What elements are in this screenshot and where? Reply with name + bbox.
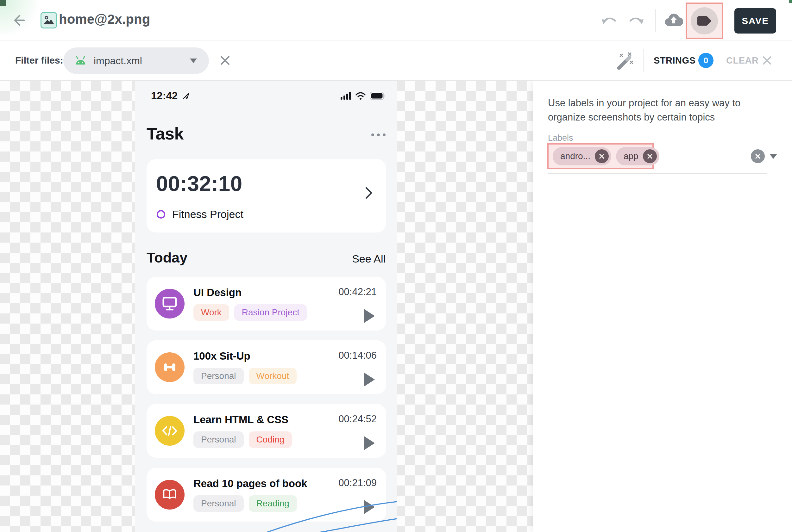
tag-badge: Personal (194, 432, 244, 448)
corner-artifact-top-left (0, 0, 6, 6)
save-button[interactable]: SAVE (734, 8, 776, 34)
close-icon (761, 54, 773, 66)
undo-icon (601, 14, 618, 27)
label-chip[interactable]: andro... (553, 147, 611, 166)
android-icon (74, 56, 87, 66)
location-arrow-icon (182, 92, 190, 100)
clear-button[interactable]: CLEAR (726, 55, 758, 66)
chevron-down-icon (190, 58, 197, 63)
task-title: Read 10 pages of book (194, 478, 307, 490)
toolbar-divider (655, 9, 656, 32)
decorative-wave (264, 500, 397, 532)
labels-description: Use labels in your project for an easy w… (548, 96, 763, 124)
chip-remove-button[interactable] (595, 149, 609, 163)
strings-count-badge: 0 (698, 53, 714, 68)
tag-badge: Workout (249, 368, 297, 384)
task-time: 00:21:09 (338, 477, 377, 489)
book-icon (155, 480, 185, 510)
task-time: 00:42:21 (338, 286, 377, 298)
labels-dropdown-caret[interactable] (770, 154, 777, 159)
labels-tool-highlight (686, 2, 723, 39)
labels-field-caption: Labels (548, 133, 573, 143)
screenshot-preview[interactable]: 12:42 Task 00: (135, 81, 397, 532)
tag-badge: Personal (194, 495, 244, 512)
play-button[interactable] (364, 436, 375, 450)
task-card[interactable]: UI Design Work Rasion Project 00:42:21 (147, 277, 386, 330)
dumbbell-icon (155, 352, 185, 382)
task-title: 100x Sit-Up (194, 350, 297, 362)
undo-button[interactable] (601, 14, 618, 28)
magic-wand-icon (616, 52, 635, 71)
project-ring-icon (157, 210, 165, 218)
close-icon (219, 54, 231, 66)
selected-file-name: impact.xml (94, 55, 142, 67)
upload-button[interactable] (664, 13, 683, 28)
play-button[interactable] (364, 373, 375, 386)
tag-badge: Personal (194, 368, 244, 384)
task-card[interactable]: 100x Sit-Up Personal Workout 00:14:06 (147, 340, 386, 394)
signal-icon (340, 92, 351, 100)
monitor-icon (155, 289, 185, 319)
image-file-icon (40, 12, 57, 28)
filter-bar-divider (643, 49, 644, 72)
task-title: UI Design (194, 287, 307, 299)
today-heading: Today (147, 250, 187, 266)
auto-detect-button[interactable] (616, 52, 635, 72)
chevron-right-icon[interactable] (365, 186, 373, 201)
remove-file-filter-button[interactable] (219, 54, 231, 68)
clear-all-labels-button[interactable] (751, 149, 765, 163)
filter-bar: Filter files: impact.xml STRINGS 0 CLEAR (0, 40, 792, 81)
filter-files-label: Filter files: (15, 55, 63, 66)
task-title: Learn HTML & CSS (194, 414, 292, 426)
tag-badge: Coding (249, 432, 292, 448)
tag-badge: Work (194, 304, 229, 321)
back-button[interactable] (12, 13, 26, 28)
back-arrow-icon (12, 13, 26, 28)
phone-screen-title: Task (147, 124, 184, 143)
task-time: 00:24:52 (338, 413, 377, 425)
redo-icon (627, 14, 644, 27)
redo-button[interactable] (627, 14, 644, 28)
tag-badge: Rasion Project (234, 304, 307, 321)
chip-remove-button[interactable] (643, 149, 657, 163)
timer-value: 00:32:10 (156, 171, 242, 196)
close-icon (647, 153, 653, 159)
label-chip-text: andro... (560, 151, 590, 161)
cloud-upload-icon (664, 13, 683, 27)
corner-artifact-top-right (789, 0, 792, 3)
battery-icon (370, 92, 386, 100)
task-time: 00:14:06 (338, 350, 377, 361)
see-all-link[interactable]: See All (352, 253, 386, 265)
label-tag-icon (696, 15, 712, 27)
timer-card[interactable]: 00:32:10 Fitness Project (147, 159, 386, 232)
labels-field-underline (548, 173, 767, 174)
wifi-icon (355, 92, 366, 100)
page-title: home@2x.png (59, 12, 150, 27)
toolbar: home@2x.png SAVE (0, 0, 792, 40)
label-chip[interactable]: app (616, 147, 659, 166)
task-card[interactable]: Learn HTML & CSS Personal Coding 00:24:5… (147, 404, 386, 458)
labels-panel: Use labels in your project for an easy w… (533, 81, 792, 532)
file-filter-dropdown[interactable]: impact.xml (63, 48, 209, 74)
labels-field-highlight: andro... app (547, 143, 654, 169)
close-icon (755, 153, 761, 159)
phone-status-bar: 12:42 (151, 90, 386, 102)
close-icon (598, 153, 605, 159)
timer-project-name: Fitness Project (172, 208, 243, 221)
labels-button[interactable] (691, 7, 718, 35)
more-options-button[interactable] (371, 131, 386, 136)
code-icon (155, 416, 185, 446)
clear-close-button[interactable] (761, 54, 773, 68)
play-button[interactable] (364, 309, 375, 323)
strings-toggle[interactable]: STRINGS (654, 55, 696, 66)
label-chip-text: app (624, 151, 639, 161)
status-time: 12:42 (151, 90, 178, 102)
